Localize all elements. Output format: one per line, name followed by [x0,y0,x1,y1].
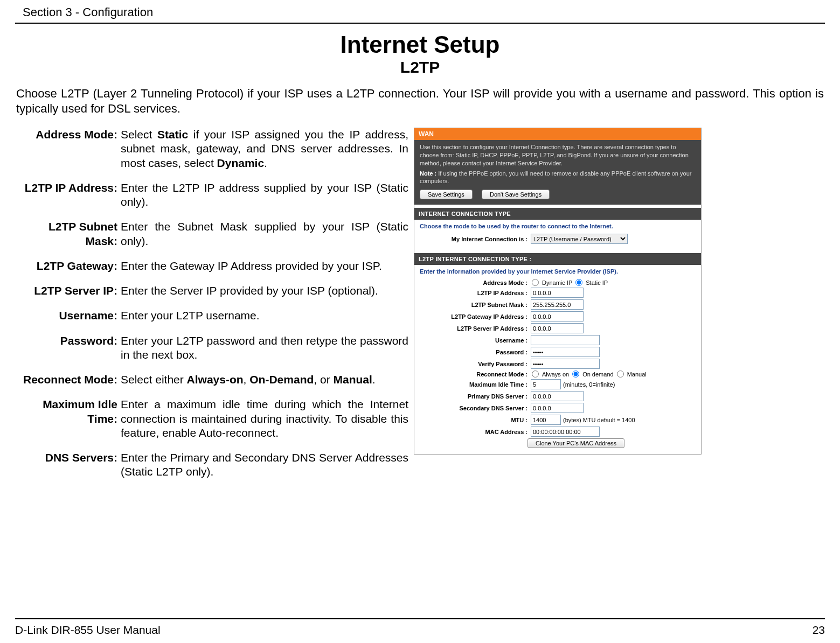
sdns-input[interactable] [531,403,584,413]
internet-connection-select[interactable]: L2TP (Username / Password) [531,234,628,244]
dynamic-ip-radio[interactable] [532,279,539,286]
definition-list: Address Mode: Select Static if your ISP … [15,128,408,490]
router-screenshot: WAN Use this section to configure your I… [414,128,702,455]
def-idle: Maximum Idle Time: Enter a maximum idle … [15,397,408,440]
def-username: Username: Enter your L2TP username. [15,309,408,323]
def-mask: L2TP Subnet Mask: Enter the Subnet Mask … [15,220,408,248]
l2tp-ip-input[interactable] [531,288,584,298]
password-label: Password : [420,349,531,355]
static-ip-radio[interactable] [575,279,582,286]
def-dns: DNS Servers: Enter the Primary and Secon… [15,451,408,479]
l2tp-server-input[interactable] [531,323,584,333]
l2tp-description: Enter the information provided by your I… [420,268,696,275]
verify-password-label: Verify Password : [420,361,531,367]
def-value: Enter your L2TP username. [121,309,408,323]
reconnect-mode-label: Reconnect Mode : [420,371,531,378]
pdns-input[interactable] [531,391,584,401]
pdns-label: Primary DNS Server : [420,393,531,400]
def-value: Enter the Gateway IP Address provided by… [121,259,408,273]
page-number: 23 [813,624,825,637]
def-label: Username: [15,309,121,323]
def-label: L2TP Gateway: [15,259,121,273]
def-reconnect: Reconnect Mode: Select either Always-on,… [15,373,408,387]
def-label: L2TP Subnet Mask: [15,220,121,248]
def-ip: L2TP IP Address: Enter the L2TP IP addre… [15,181,408,209]
def-value: Enter a maximum idle time during which t… [121,397,408,440]
dont-save-settings-button[interactable]: Don't Save Settings [482,190,550,199]
verify-password-input[interactable] [531,359,600,369]
ict-description: Choose the mode to be used by the router… [420,223,696,229]
username-input[interactable] [531,335,600,345]
def-value: Select Static if your ISP assigned you t… [121,128,408,170]
def-value: Enter the Subnet Mask supplied by your I… [121,220,408,248]
def-label: Address Mode: [15,128,121,170]
page-subtitle: L2TP [15,58,825,76]
l2tp-mask-input[interactable] [531,299,584,310]
l2tp-ip-label: L2TP IP Address : [420,290,531,296]
manual-radio[interactable] [617,371,624,378]
mac-label: MAC Address : [420,429,531,435]
def-gateway: L2TP Gateway: Enter the Gateway IP Addre… [15,259,408,273]
l2tp-gw-label: L2TP Gateway IP Address : [420,313,531,320]
mac-input[interactable] [531,427,600,437]
wan-description: Use this section to configure your Inter… [414,140,701,205]
def-address-mode: Address Mode: Select Static if your ISP … [15,128,408,170]
def-value: Select either Always-on, On-Demand, or M… [121,373,408,387]
password-input[interactable] [531,347,600,357]
def-value: Enter the L2TP IP address supplied by yo… [121,181,408,209]
mtu-input[interactable] [531,415,561,425]
username-label: Username : [420,337,531,344]
mtu-hint: (bytes) MTU default = 1400 [563,417,635,423]
address-mode-label: Address Mode : [420,279,531,286]
def-label: Reconnect Mode: [15,373,121,387]
idle-hint: (minutes, 0=infinite) [563,381,615,388]
def-value: Enter the Server IP provided by your ISP… [121,284,408,298]
on-demand-radio[interactable] [572,371,579,378]
divider-bottom [15,618,825,619]
page-title: Internet Setup [15,31,825,58]
idle-time-input[interactable] [531,379,561,389]
def-value: Enter the Primary and Secondary DNS Serv… [121,451,408,479]
ict-select-label: My Internet Connection is : [420,236,531,242]
def-label: Password: [15,334,121,362]
ict-header: INTERNET CONNECTION TYPE [414,208,701,220]
def-label: Maximum Idle Time: [15,397,121,440]
def-label: L2TP Server IP: [15,284,121,298]
mtu-label: MTU : [420,417,531,423]
l2tp-mask-label: L2TP Subnet Mask : [420,302,531,308]
divider-top [15,23,825,24]
def-label: DNS Servers: [15,451,121,479]
section-header: Section 3 - Configuration [23,5,825,23]
l2tp-server-label: L2TP Server IP Address : [420,325,531,332]
wan-header: WAN [414,128,701,140]
save-settings-button[interactable]: Save Settings [420,190,473,199]
clone-mac-button[interactable]: Clone Your PC's MAC Address [527,438,624,448]
idle-time-label: Maximum Idle Time : [420,381,531,388]
sdns-label: Secondary DNS Server : [420,405,531,411]
def-password: Password: Enter your L2TP password and t… [15,334,408,362]
l2tp-gw-input[interactable] [531,311,584,322]
l2tp-header: L2TP INTERNET CONNECTION TYPE : [414,253,701,265]
def-server: L2TP Server IP: Enter the Server IP prov… [15,284,408,298]
def-value: Enter your L2TP password and then retype… [121,334,408,362]
footer-manual-name: D-Link DIR-855 User Manual [15,624,161,637]
intro-text: Choose L2TP (Layer 2 Tunneling Protocol)… [16,86,824,116]
always-on-radio[interactable] [532,371,539,378]
def-label: L2TP IP Address: [15,181,121,209]
